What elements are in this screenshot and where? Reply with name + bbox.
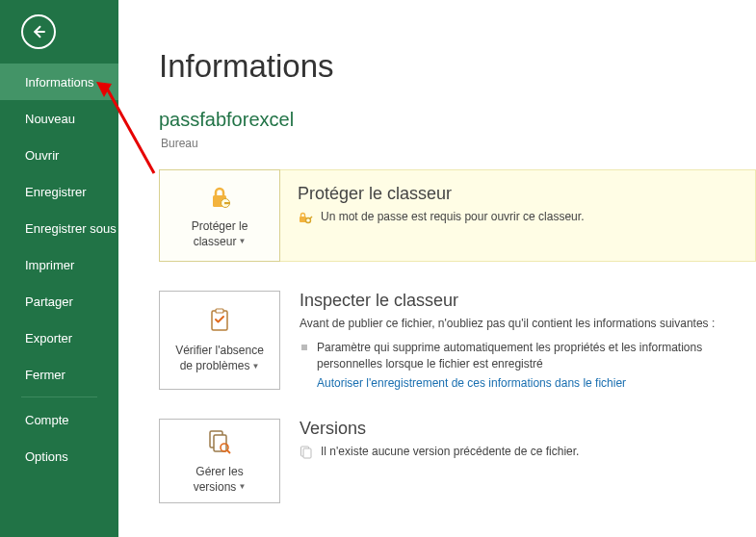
nav-imprimer[interactable]: Imprimer xyxy=(0,246,118,283)
svg-rect-16 xyxy=(303,448,311,458)
nav: Informations Nouveau Ouvrir Enregistrer … xyxy=(0,64,118,474)
check-issues-button[interactable]: Vérifier l'absence de problèmes▼ xyxy=(159,291,280,390)
nav-partager[interactable]: Partager xyxy=(0,283,118,320)
versions-desc: Il n'existe aucune version précédente de… xyxy=(300,445,727,459)
protect-tile-label: Protéger le classeur▼ xyxy=(192,218,248,249)
bullet-icon xyxy=(301,345,307,350)
page-title: Informations xyxy=(159,48,756,85)
nav-enregistrer-sous[interactable]: Enregistrer sous xyxy=(0,210,118,246)
nav-divider xyxy=(21,396,97,397)
nav-exporter[interactable]: Exporter xyxy=(0,320,118,356)
content: Informations passfabforexcel Bureau Prot… xyxy=(118,0,756,537)
dropdown-icon: ▼ xyxy=(251,362,259,372)
inspect-info: Inspecter le classeur Avant de publier c… xyxy=(300,291,756,390)
svg-line-14 xyxy=(227,450,230,453)
svg-rect-6 xyxy=(300,217,306,222)
allow-save-link[interactable]: Autoriser l'enregistrement de ces inform… xyxy=(317,376,727,390)
section-inspect: Vérifier l'absence de problèmes▼ Inspect… xyxy=(159,291,756,390)
inspect-title: Inspecter le classeur xyxy=(300,291,727,311)
svg-line-8 xyxy=(310,217,313,219)
pages-icon xyxy=(300,446,313,459)
svg-rect-5 xyxy=(224,202,230,204)
back-button[interactable] xyxy=(21,14,56,49)
inspect-tile-label: Vérifier l'absence de problèmes▼ xyxy=(175,343,264,373)
protect-desc: Un mot de passe est requis pour ouvrir c… xyxy=(298,210,738,226)
nav-ouvrir[interactable]: Ouvrir xyxy=(0,137,118,173)
nav-compte[interactable]: Compte xyxy=(0,401,118,438)
dropdown-icon: ▼ xyxy=(238,237,246,247)
manage-versions-button[interactable]: Gérer les versions▼ xyxy=(159,419,280,503)
lock-icon xyxy=(204,182,235,213)
document-check-icon xyxy=(204,306,235,337)
inspect-bullets: Paramètre qui supprime automatiquement l… xyxy=(300,340,727,390)
pages-magnify-icon xyxy=(204,427,235,458)
nav-enregistrer[interactable]: Enregistrer xyxy=(0,173,118,210)
nav-fermer[interactable]: Fermer xyxy=(0,356,118,393)
nav-nouveau[interactable]: Nouveau xyxy=(0,100,118,137)
versions-tile-label: Gérer les versions▼ xyxy=(194,464,247,495)
file-path: Bureau xyxy=(161,137,756,150)
nav-options[interactable]: Options xyxy=(0,438,118,474)
protect-info: Protéger le classeur Un mot de passe est… xyxy=(280,169,756,262)
svg-rect-10 xyxy=(216,309,223,313)
versions-info: Versions Il n'existe aucune version préc… xyxy=(300,419,756,503)
file-name: passfabforexcel xyxy=(159,109,756,131)
section-protect: Protéger le classeur▼ Protéger le classe… xyxy=(159,169,756,262)
section-versions: Gérer les versions▼ Versions Il n'existe… xyxy=(159,419,756,503)
versions-title: Versions xyxy=(300,419,727,439)
sidebar: Informations Nouveau Ouvrir Enregistrer … xyxy=(0,0,118,537)
dropdown-icon: ▼ xyxy=(238,482,246,493)
nav-informations[interactable]: Informations xyxy=(0,64,118,100)
protect-title: Protéger le classeur xyxy=(298,184,738,204)
arrow-left-icon xyxy=(30,23,47,40)
key-lock-icon xyxy=(298,211,313,226)
protect-workbook-button[interactable]: Protéger le classeur▼ xyxy=(159,169,280,262)
inspect-bullet-item: Paramètre qui supprime automatiquement l… xyxy=(300,340,727,372)
inspect-desc: Avant de publier ce fichier, n'oubliez p… xyxy=(300,317,727,330)
